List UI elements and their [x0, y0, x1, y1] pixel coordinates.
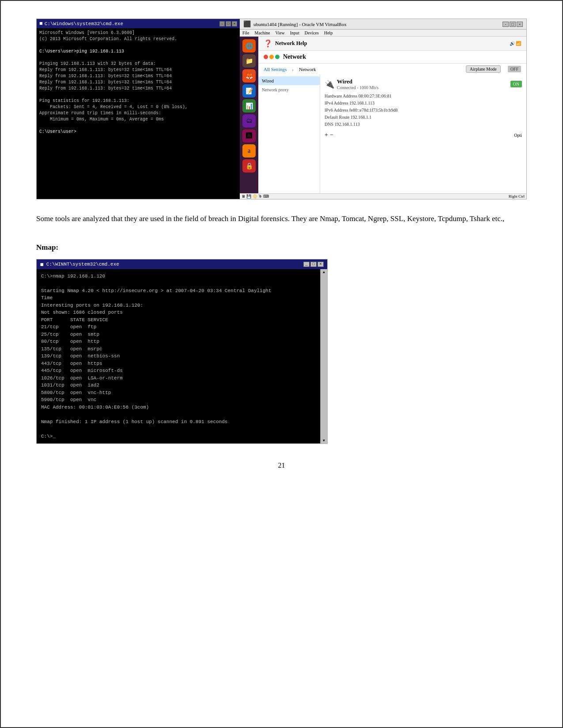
vbox-right-ctrl: Right Ctrl: [509, 194, 525, 199]
nmap-window-title: C:\WINNT\system32\cmd.exe: [46, 262, 119, 267]
vbox-status-bar: 🖥 💾 📀 🖱 ⌨ Right Ctrl: [240, 193, 526, 199]
menu-machine[interactable]: Machine: [255, 30, 270, 35]
nmap-content: C:\>nmap 192.168.1.120 Starting Nmap 4.2…: [37, 269, 320, 444]
scroll-up[interactable]: ▲: [321, 269, 327, 275]
ubuntu-taskbar: 🌐 📁 🦊 📝 📊 🗂 🅰 a 🔒: [240, 37, 258, 193]
wired-details: Hardware Address 08:00:27:3E:06:81 IPv4 …: [325, 93, 522, 128]
page: ■ C:\Windows\system32\cmd.exe - □ × Micr…: [0, 0, 563, 728]
off-badge: OFF: [508, 66, 521, 72]
vbox-minimize[interactable]: -: [503, 22, 509, 27]
menu-input[interactable]: Input: [290, 30, 299, 35]
cmd-icon: ■: [39, 20, 43, 27]
minimize-btn[interactable]: -: [219, 21, 225, 26]
vbox-icon: ⬛: [243, 20, 251, 28]
taskbar-icon-0[interactable]: 🌐: [242, 39, 256, 53]
scroll-down[interactable]: ▼: [321, 438, 327, 443]
cmd-window: ■ C:\Windows\system32\cmd.exe - □ × Micr…: [37, 19, 240, 199]
wired-title: Wired: [337, 78, 378, 85]
nmap-titlebar: ◼ C:\WINNT\system32\cmd.exe _ □ ×: [37, 259, 327, 269]
options-btn[interactable]: Opti: [514, 133, 522, 138]
min-dot: [269, 55, 274, 59]
nmap-scrollbar[interactable]: ▲ ▼: [320, 269, 327, 444]
network-help-title: Network Help: [275, 40, 307, 47]
network-breadcrumb: Network: [299, 67, 316, 72]
menu-help[interactable]: Help: [324, 30, 333, 35]
vbox-content: 🌐 📁 🦊 📝 📊 🗂 🅰 a 🔒 ❓ Network Help: [240, 37, 526, 193]
remove-btn[interactable]: −: [330, 131, 333, 139]
max-dot: [275, 55, 280, 59]
wired-detail-panel: 🔌 Wired Connected - 1000 Mb/s ON Hardwar…: [320, 75, 526, 193]
network-panel-header: ❓ Network Help 🔊 📶: [258, 37, 526, 51]
taskbar-icon-4[interactable]: 📊: [242, 99, 256, 113]
cmd-title: C:\Windows\system32\cmd.exe: [45, 21, 123, 26]
taskbar-icon-1[interactable]: 📁: [242, 54, 256, 68]
nmap-minimize[interactable]: _: [303, 262, 310, 267]
taskbar-icon-3[interactable]: 📝: [242, 84, 256, 98]
vbox-title: ubuntu1404 [Running] - Oracle VM Virtual…: [253, 22, 347, 27]
wired-icon: 🔌: [325, 79, 334, 89]
top-screenshot-area: ■ C:\Windows\system32\cmd.exe - □ × Micr…: [36, 19, 527, 199]
taskbar-icon-8[interactable]: 🔒: [242, 159, 256, 173]
network-list-panel: Wired Network proxy: [258, 75, 320, 193]
breadcrumb-sep: ›: [292, 67, 294, 72]
close-btn[interactable]: ×: [232, 21, 237, 26]
close-dot: [264, 55, 268, 59]
wired-list-item[interactable]: Wired: [258, 76, 320, 85]
network-panel: ❓ Network Help 🔊 📶 Network: [258, 37, 526, 193]
vbox-menubar: File Machine View Input Devices Help: [240, 30, 526, 37]
network-title: Network: [283, 53, 306, 60]
on-badge: ON: [510, 81, 522, 87]
body-paragraph: Some tools are analyzed that they are us…: [36, 213, 527, 225]
vbox-restore[interactable]: □: [510, 22, 516, 27]
nmap-heading: Nmap:: [36, 243, 527, 252]
taskbar-icon-6[interactable]: 🅰: [242, 129, 256, 143]
cmd-titlebar: ■ C:\Windows\system32\cmd.exe - □ ×: [37, 19, 240, 28]
taskbar-icon-5[interactable]: 🗂: [242, 114, 256, 128]
network-top-icons: 🔊 📶: [510, 41, 521, 46]
menu-view[interactable]: View: [276, 30, 285, 35]
vbox-titlebar: ⬛ ubuntu1404 [Running] - Oracle VM Virtu…: [240, 19, 526, 30]
nmap-close[interactable]: ×: [317, 262, 324, 267]
airplane-mode-btn[interactable]: Airplane Mode: [466, 65, 501, 73]
all-settings-link[interactable]: All Settings: [264, 67, 287, 72]
network-help-icon: ❓: [264, 39, 272, 48]
network-proxy-list-item[interactable]: Network proxy: [258, 85, 320, 94]
taskbar-icon-2[interactable]: 🦊: [242, 69, 256, 83]
nmap-restore[interactable]: □: [310, 262, 317, 267]
nmap-cmd-icon: ◼: [40, 261, 44, 268]
vbox-close[interactable]: ×: [517, 22, 523, 27]
nmap-screenshot: ◼ C:\WINNT\system32\cmd.exe _ □ × C:\>nm…: [36, 259, 328, 444]
page-number: 21: [36, 462, 527, 469]
add-btn[interactable]: +: [325, 131, 328, 139]
taskbar-icon-7[interactable]: a: [242, 144, 256, 158]
restore-btn[interactable]: □: [226, 21, 231, 26]
vbox-window: ⬛ ubuntu1404 [Running] - Oracle VM Virtu…: [240, 19, 526, 199]
menu-file[interactable]: File: [242, 30, 249, 35]
menu-devices[interactable]: Devices: [305, 30, 319, 35]
vbox-status-icons: 🖥 💾 📀 🖱 ⌨: [242, 194, 269, 199]
wired-connection-status: Connected - 1000 Mb/s: [337, 85, 378, 90]
cmd-content: Microsoft Windows [Version 6.3.9600] (c)…: [37, 28, 240, 199]
